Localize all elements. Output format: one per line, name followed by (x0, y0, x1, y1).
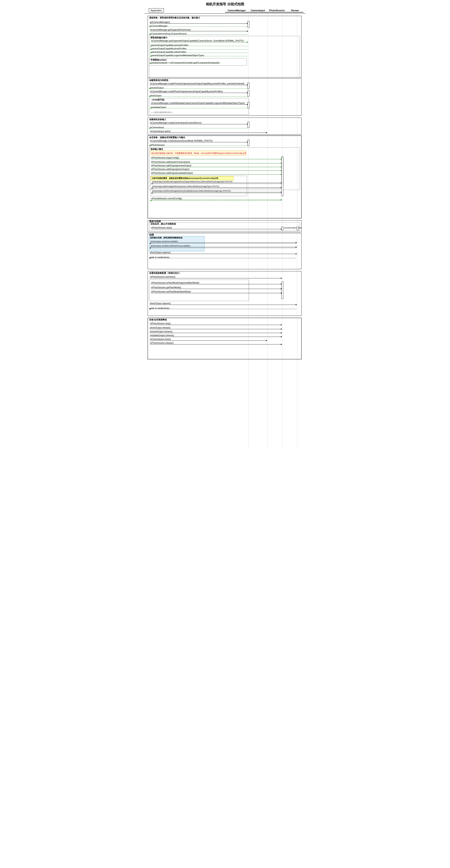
section1-title: 基础准备：获取相机管理对象以及设备对象、输出能力 (149, 17, 200, 19)
section-capability: 获取相机输出能力 (150, 36, 168, 39)
sequence-diagram: 基础准备：获取相机管理对象以及设备对象、输出能力 getCameraManage… (147, 15, 303, 449)
svg-rect-36 (247, 102, 249, 108)
svg-text:mCameraManager.createMetadataO: mCameraManager.createMetadataOutput(came… (151, 102, 245, 104)
svg-rect-40 (148, 118, 301, 134)
svg-text:photoOutput.on('photoAvailable: photoOutput.on('photoAvailable') (150, 240, 178, 242)
svg-text:previewOutput.start(): previewOutput.start() (284, 227, 302, 229)
header-camera-input: CameraInput (248, 9, 268, 12)
svg-text:监听输出回调，获取原图和缩略图信息: 监听输出回调，获取原图和缩略图信息 (150, 237, 183, 239)
svg-rect-87 (148, 220, 301, 232)
svg-text:photoOutput.isDeferredImageDel: photoOutput.isDeferredImageDeliverySuppo… (152, 181, 233, 183)
msg-getCameraManager: getCameraManager() (150, 21, 170, 23)
svg-text:mPhotoSession.start(): mPhotoSession.start() (151, 226, 172, 229)
svg-text:拍照: 拍照 (149, 234, 154, 236)
svg-text:设备/会话资源释放: 设备/会话资源释放 (149, 318, 167, 321)
svg-text:previewSurfaceId = mXComponent: previewSurfaceId = mXComponentController… (151, 62, 219, 64)
svg-rect-117 (281, 282, 283, 299)
svg-text:mCameraManager.createSession(S: mCameraManager.createSession(SceneMode.N… (150, 140, 213, 142)
svg-text:分段式拍照的重逻，使能及监听需要在添加photoOutput: 分段式拍照的重逻，使能及监听需要在添加photoOutput与commitCon… (152, 177, 218, 179)
svg-text:预览与拍照: 预览与拍照 (149, 220, 161, 222)
svg-text:mPhotoSession.setFlashMode(fla: mPhotoSession.setFlashMode(flashMode) (151, 290, 191, 293)
svg-text:mCameraManager.createPreviewOu: mCameraManager.createPreviewOutput(camer… (150, 83, 244, 85)
svg-text:mPhotoSession.addInput(mCamera: mPhotoSession.addInput(mCameraInput) (151, 161, 190, 163)
svg-rect-83 (281, 157, 283, 196)
svg-text:mPhotoSession.hasFlash(): mPhotoSession.hasFlash() (150, 276, 175, 278)
app-box: Application (149, 8, 164, 12)
svg-text:创建预览流与拍照流: 创建预览流与拍照流 (149, 79, 169, 82)
svg-text:申请预览surface: 申请预览surface (150, 59, 167, 61)
svg-rect-95 (297, 227, 298, 230)
svg-text:mPortraitSession.commitConfig(: mPortraitSession.commitConfig() (151, 197, 182, 199)
svg-text:启动会话，默认开启预览流: 启动会话，默认开启预览流 (150, 223, 176, 225)
svg-text:— meta optional end —: — meta optional end — (151, 111, 173, 113)
svg-text:mPhotoSession.isFlashModeSuppo: mPhotoSession.isFlashModeSupported(flash… (151, 282, 199, 284)
svg-rect-6 (247, 21, 249, 28)
svg-text:每次添加/移除输入输出时，均需要重新进行配置，即add、re: 每次添加/移除输入输出时，均需要重新进行配置，即add、remove操作均需要在… (151, 152, 246, 154)
svg-text:mPhotoSession.stop(): mPhotoSession.stop() (150, 322, 171, 324)
svg-text:photoOutput.on('deferredPhotoP: photoOutput.on('deferredPhotoProxyAvaila… (150, 245, 190, 247)
svg-text:（meta流可选）: （meta流可选） (150, 98, 166, 101)
svg-text:添加输入输出: 添加输入输出 (150, 148, 163, 150)
svg-text:metadataOutput.release(): metadataOutput.release() (150, 334, 174, 337)
svg-text:mCameraManager.createCameraInp: mCameraManager.createCameraInput(CameraD… (150, 122, 202, 124)
svg-text:mPhotoSession.addOutput(previe: mPhotoSession.addOutput(previewOutput) (151, 164, 191, 167)
svg-text:mCameraInput.close(): mCameraInput.close() (150, 338, 171, 340)
svg-text:设置拍照参数配置（举例闪光灯）: 设置拍照参数配置（举例闪光灯） (149, 272, 181, 274)
svg-text:会话准备：创建会话并配置输入与输出: 会话准备：创建会话并配置输入与输出 (149, 136, 185, 138)
svg-rect-53 (247, 140, 249, 146)
header-camera-manager: CameraManager (225, 9, 248, 12)
svg-text:photoOutput.capture(): photoOutput.capture() (150, 251, 171, 254)
svg-rect-4 (148, 16, 301, 78)
svg-text:photoOutput.release(): photoOutput.release() (150, 327, 171, 329)
svg-text:previewOutput.release(): previewOutput.release() (150, 330, 173, 333)
svg-text:mPhotoSession.addOutput(photoO: mPhotoSession.addOutput(photoOutput) (151, 168, 189, 170)
svg-text:mCameraInput.open(): mCameraInput.open() (150, 130, 171, 132)
svg-rect-44 (247, 122, 249, 128)
msg-getSupportedCameras: mCameraManager.getSupportedCameras() (150, 29, 191, 31)
svg-text:mPhotoSession.beginConfig(): mPhotoSession.beginConfig() (151, 157, 179, 159)
svg-text:mCameraManager.createPhotoOutp: mCameraManager.createPhotoOutput(cameraO… (150, 90, 223, 93)
svg-text:photoOutput.deferImageDelivery: photoOutput.deferImageDelivery(camera.De… (152, 185, 219, 187)
svg-text:mPhotoSession.getFlashMode(): mPhotoSession.getFlashMode() (151, 286, 181, 289)
svg-text:photoOutput.capture(): photoOutput.capture() (150, 302, 171, 305)
svg-text:创建相机设备输入: 创建相机设备输入 (149, 118, 167, 121)
header-stream: Stream (287, 9, 303, 12)
svg-text:mPhotoSession.release(): mPhotoSession.release() (150, 342, 174, 344)
svg-rect-94 (281, 227, 283, 230)
svg-text:photoOutput.isDeferredImageDel: photoOutput.isDeferredImageDeliveryEnabl… (152, 190, 231, 192)
svg-rect-24 (247, 83, 249, 89)
page-title: 相机开发指导 分段式拍照 (145, 0, 306, 8)
msg-capability: mCameraManager.getSupportedOutputCapabil… (151, 40, 244, 42)
svg-rect-29 (247, 91, 249, 96)
header-photo-session: PhotoSession (268, 9, 287, 12)
svg-text:mPhotoSession.addOutput(metada: mPhotoSession.addOutput(metadataOutput) (151, 172, 193, 174)
